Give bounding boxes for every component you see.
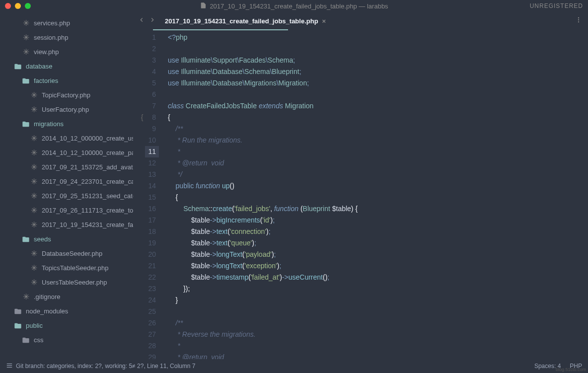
file-label: 2017_09_25_151231_seed_categories_t: [42, 192, 133, 200]
folder-item[interactable]: public: [0, 318, 133, 333]
folder-item[interactable]: database: [0, 59, 133, 74]
file-label: view.php: [34, 48, 59, 56]
file-label: 2017_09_21_153725_add_avatar_and_ir: [42, 163, 133, 171]
file-label: node_modules: [26, 307, 68, 315]
file-label: 2014_10_12_100000_create_password_: [42, 149, 133, 156]
file-glyph-icon: ✳: [30, 149, 38, 157]
file-glyph-icon: ✳: [30, 135, 38, 143]
file-glyph-icon: ✳: [22, 293, 30, 301]
folder-icon: [22, 336, 30, 344]
file-label: DatabaseSeeder.php: [42, 250, 102, 257]
file-label: migrations: [34, 120, 64, 128]
more-menu-icon[interactable]: [575, 16, 582, 25]
file-glyph-icon: ✳: [30, 207, 38, 215]
tab-next-icon[interactable]: [148, 15, 157, 26]
tab-prev-icon[interactable]: [137, 15, 146, 26]
file-label: .gitignore: [34, 293, 60, 300]
svg-point-1: [578, 19, 579, 20]
svg-point-2: [578, 21, 579, 22]
file-item[interactable]: ✳DatabaseSeeder.php: [0, 246, 133, 261]
folder-item[interactable]: factories: [0, 74, 133, 88]
tab-label: 2017_10_19_154231_create_failed_jobs_tab…: [165, 17, 318, 25]
menu-icon[interactable]: [6, 362, 13, 371]
file-item[interactable]: ✳2017_09_21_153725_add_avatar_and_ir: [0, 160, 133, 174]
file-item[interactable]: ✳TopicsTableSeeder.php: [0, 261, 133, 275]
file-glyph-icon: ✳: [30, 178, 38, 186]
folder-icon: [14, 63, 22, 71]
file-glyph-icon: ✳: [22, 48, 30, 56]
file-item[interactable]: ✳2017_09_26_111713_create_topics_tabl: [0, 203, 133, 218]
file-explorer[interactable]: ✳services.php✳session.php✳view.phpdataba…: [0, 12, 133, 359]
tab-bar: 2017_10_19_154231_create_failed_jobs_tab…: [133, 12, 588, 30]
folder-item[interactable]: migrations: [0, 117, 133, 131]
file-glyph-icon: ✳: [22, 19, 30, 27]
tab-close-icon[interactable]: ×: [322, 17, 326, 25]
file-glyph-icon: ✳: [30, 279, 38, 287]
file-item[interactable]: ✳2014_10_12_000000_create_users_tabl: [0, 131, 133, 146]
file-label: services.php: [34, 19, 70, 27]
folder-item[interactable]: seeds: [0, 232, 133, 246]
file-glyph-icon: ✳: [30, 192, 38, 200]
editor-pane: 2017_10_19_154231_create_failed_jobs_tab…: [133, 12, 588, 359]
file-glyph-icon: ✳: [30, 264, 38, 272]
file-label: css: [34, 336, 44, 344]
folder-icon: [22, 235, 30, 243]
file-glyph-icon: ✳: [30, 250, 38, 258]
window-title: 2017_10_19_154231_create_failed_jobs_tab…: [200, 2, 388, 10]
file-item[interactable]: ✳2014_10_12_100000_create_password_: [0, 146, 133, 160]
svg-point-0: [578, 17, 579, 18]
file-label: TopicFactory.php: [42, 91, 90, 99]
file-item[interactable]: ✳TopicFactory.php: [0, 88, 133, 102]
file-label: 2017_10_19_154231_create_failed_jobs_: [42, 221, 133, 228]
folder-icon: [14, 322, 22, 330]
close-window-icon[interactable]: [5, 3, 11, 9]
file-item[interactable]: ✳view.php: [0, 45, 133, 59]
file-label: session.php: [34, 34, 68, 41]
file-item[interactable]: ✳session.php: [0, 30, 133, 45]
tab-underline: [153, 29, 288, 30]
file-item[interactable]: ✳2017_09_25_151231_seed_categories_t: [0, 189, 133, 203]
code-content[interactable]: <?php use Illuminate\Support\Facades\Sch…: [159, 32, 588, 359]
file-item[interactable]: ✳.gitignore: [0, 290, 133, 304]
file-label: UsersTableSeeder.php: [42, 279, 107, 286]
status-left-text: Git branch: categories, index: 2?, worki…: [16, 363, 195, 370]
file-item[interactable]: ✳2017_09_24_223701_create_categories: [0, 174, 133, 189]
folder-item[interactable]: node_modules: [0, 304, 133, 318]
file-label: seeds: [34, 235, 51, 243]
file-label: 2017_09_24_223701_create_categories: [42, 178, 133, 185]
traffic-lights: [5, 3, 31, 9]
file-label: public: [26, 322, 43, 329]
line-numbers: 1234567891011121314151617181920212223242…: [145, 32, 159, 359]
code-area[interactable]: { 12345678910111213141516171819202122232…: [133, 30, 588, 359]
file-item[interactable]: ✳UsersTableSeeder.php: [0, 275, 133, 290]
minimize-window-icon[interactable]: [15, 3, 21, 9]
file-label: 2014_10_12_000000_create_users_tabl: [42, 135, 133, 142]
file-label: factories: [34, 77, 58, 84]
file-icon: [200, 2, 207, 10]
tab-active[interactable]: 2017_10_19_154231_create_failed_jobs_tab…: [161, 12, 330, 30]
file-label: 2017_09_26_111713_create_topics_tabl: [42, 207, 133, 214]
file-glyph-icon: ✳: [22, 34, 30, 42]
maximize-window-icon[interactable]: [25, 3, 31, 9]
file-item[interactable]: ✳UserFactory.php: [0, 102, 133, 117]
file-label: UserFactory.php: [42, 106, 89, 113]
file-glyph-icon: ✳: [30, 163, 38, 171]
window-title-text: 2017_10_19_154231_create_failed_jobs_tab…: [210, 2, 388, 10]
file-item[interactable]: ✳services.php: [0, 16, 133, 30]
main-area: ✳services.php✳session.php✳view.phpdataba…: [0, 12, 588, 359]
tab-nav: [137, 15, 157, 26]
folder-icon: [14, 307, 22, 315]
titlebar: 2017_10_19_154231_create_failed_jobs_tab…: [0, 0, 588, 12]
status-bar: Git branch: categories, index: 2?, worki…: [0, 359, 588, 373]
file-glyph-icon: ✳: [30, 221, 38, 229]
folder-icon: [22, 120, 30, 128]
file-label: database: [26, 63, 53, 70]
file-label: TopicsTableSeeder.php: [42, 264, 108, 272]
folder-icon: [22, 77, 30, 85]
file-glyph-icon: ✳: [30, 91, 38, 99]
file-glyph-icon: ✳: [30, 106, 38, 114]
folder-item[interactable]: css: [0, 333, 133, 347]
watermark: blog.51cto.com: [556, 367, 586, 372]
unregistered-label: UNREGISTERED: [530, 2, 583, 9]
file-item[interactable]: ✳2017_10_19_154231_create_failed_jobs_: [0, 218, 133, 232]
